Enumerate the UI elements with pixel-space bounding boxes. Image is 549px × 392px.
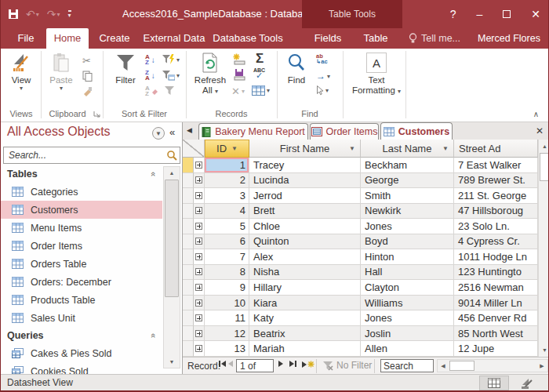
undo-icon[interactable]: ↶▾: [26, 8, 39, 20]
format-painter-button[interactable]: [82, 86, 93, 96]
cell-first-name[interactable]: Brett: [249, 204, 361, 220]
view-button[interactable]: View ▾: [5, 50, 37, 92]
cell-last-name[interactable]: Allen: [361, 341, 454, 357]
cell-last-name[interactable]: Williams: [361, 296, 454, 311]
record-search-input[interactable]: [381, 360, 433, 372]
column-header-last-name[interactable]: Last Name▼: [361, 140, 454, 158]
customize-quick-access-icon[interactable]: ▾: [68, 10, 71, 18]
expand-row-button[interactable]: [194, 310, 205, 326]
paste-button[interactable]: Paste ▾: [45, 50, 78, 92]
cell-first-name[interactable]: Katy: [249, 310, 361, 326]
no-filter-button[interactable]: No Filter: [322, 360, 372, 371]
save-record-button[interactable]: [233, 69, 245, 81]
advanced-filter-button[interactable]: ▾: [162, 70, 180, 81]
nav-pane-scrollbar[interactable]: ▲ ▼: [163, 166, 180, 368]
nav-item-products-table[interactable]: Products Table: [1, 291, 162, 309]
goto-button[interactable]: →▾: [316, 71, 330, 82]
first-record-button[interactable]: [219, 361, 226, 367]
tab-database-tools[interactable]: Database Tools: [211, 28, 285, 49]
filter-button[interactable]: Filter: [109, 50, 142, 85]
collapse-ribbon-icon[interactable]: ∧: [533, 110, 539, 118]
expand-row-button[interactable]: [194, 296, 205, 311]
cell-street[interactable]: 85 North West: [454, 326, 538, 342]
spelling-button[interactable]: ABC✓: [253, 67, 265, 78]
cell-street[interactable]: 1011 Hodge Ln: [454, 249, 538, 265]
cell-id[interactable]: 5: [205, 219, 249, 234]
close-button[interactable]: ✕: [531, 8, 540, 20]
cell-id[interactable]: 7: [205, 249, 249, 265]
close-document-icon[interactable]: ✕: [536, 125, 544, 136]
scroll-left-icon[interactable]: ◀: [438, 360, 449, 372]
cell-street[interactable]: 47 Hillsboroug: [454, 204, 538, 220]
cell-first-name[interactable]: Quinton: [249, 234, 361, 250]
cell-street[interactable]: 456 Denver Rd: [454, 310, 538, 326]
selection-filter-button[interactable]: ▾: [162, 54, 180, 65]
cell-first-name[interactable]: Hillary: [249, 280, 361, 296]
remove-sort-button[interactable]: AZ: [145, 85, 158, 96]
scroll-down-icon[interactable]: ▼: [164, 356, 180, 368]
cell-first-name[interactable]: Tracey: [249, 158, 361, 173]
nav-pane-menu-button[interactable]: ▼: [152, 127, 165, 140]
cut-button[interactable]: ✂: [82, 55, 91, 67]
cell-id[interactable]: 8: [205, 265, 249, 281]
cell-street[interactable]: 23 Solo Ln.: [454, 219, 538, 234]
scroll-up-icon[interactable]: ▲: [164, 167, 180, 179]
refresh-all-button[interactable]: Refresh All ▾: [192, 50, 228, 96]
record-selector[interactable]: [183, 296, 194, 311]
cell-first-name[interactable]: Nisha: [249, 265, 361, 281]
cell-first-name[interactable]: Kiara: [249, 296, 361, 311]
column-header-first-name[interactable]: First Name▼: [249, 140, 361, 158]
cell-street[interactable]: 12 Jupe: [454, 341, 538, 357]
expand-row-button[interactable]: [194, 158, 205, 173]
cell-last-name[interactable]: Hall: [361, 265, 454, 281]
cell-street[interactable]: 2516 Newman: [454, 280, 538, 296]
shutter-bar-close-icon[interactable]: «: [169, 126, 175, 138]
datasheet-view-button[interactable]: [479, 376, 509, 390]
expand-row-button[interactable]: [194, 326, 205, 342]
cell-first-name[interactable]: Lucinda: [249, 173, 361, 189]
record-selector[interactable]: [183, 341, 194, 357]
cell-street[interactable]: 9014 Miller Ln: [454, 296, 538, 311]
nav-item-categories[interactable]: Categories: [1, 183, 162, 201]
text-formatting-button[interactable]: A Text Formatting ▾: [351, 50, 402, 96]
cell-street[interactable]: 789 Brewer St.: [454, 173, 538, 189]
cell-last-name[interactable]: Clayton: [361, 280, 454, 296]
cell-street[interactable]: 4 Cypress Cr.: [454, 234, 538, 250]
cell-street[interactable]: 211 St. George: [454, 188, 538, 204]
tab-scroll-left-icon[interactable]: ◀: [187, 126, 192, 134]
scroll-down-icon[interactable]: ▼: [539, 344, 549, 356]
doc-tab-order-items[interactable]: Order Items: [310, 123, 379, 140]
minimize-button[interactable]: –: [476, 8, 482, 20]
cell-last-name[interactable]: George: [361, 173, 454, 189]
cell-last-name[interactable]: Newkirk: [361, 204, 454, 220]
cell-street[interactable]: 123 Huntingto: [454, 265, 538, 281]
expand-row-button[interactable]: [194, 249, 205, 265]
cell-first-name[interactable]: Chloe: [249, 219, 361, 234]
search-icon[interactable]: [166, 150, 177, 164]
find-button[interactable]: Find: [282, 50, 311, 85]
last-record-button[interactable]: [289, 361, 296, 367]
redo-icon[interactable]: ↷▾: [47, 8, 60, 20]
nav-item-cakes-pies-sold[interactable]: Cakes & Pies Sold: [1, 344, 162, 362]
record-selector[interactable]: [183, 173, 194, 189]
nav-item-orders-december[interactable]: Orders: December: [1, 273, 162, 291]
record-selector[interactable]: [183, 219, 194, 234]
cell-last-name[interactable]: Boyd: [361, 234, 454, 250]
cell-id[interactable]: 10: [205, 296, 249, 311]
tab-file[interactable]: File: [10, 28, 42, 49]
expand-row-button[interactable]: [194, 219, 205, 234]
record-selector[interactable]: [183, 188, 194, 204]
expand-row-button[interactable]: [194, 234, 205, 250]
record-selector[interactable]: [183, 158, 194, 173]
nav-section-header[interactable]: Tables«: [1, 165, 162, 183]
cell-id[interactable]: 11: [205, 310, 249, 326]
tell-me-box[interactable]: Tell me...: [409, 28, 460, 49]
cell-first-name[interactable]: Jerrod: [249, 188, 361, 204]
cell-id[interactable]: 4: [205, 204, 249, 220]
vertical-scrollbar[interactable]: ▲ ▼: [538, 140, 549, 357]
replace-button[interactable]: ab↳ac: [316, 53, 328, 64]
cell-last-name[interactable]: Joslin: [361, 326, 454, 342]
record-selector[interactable]: [183, 265, 194, 281]
sort-descending-button[interactable]: ZA↓: [145, 70, 155, 81]
cell-id[interactable]: 9: [205, 280, 249, 296]
